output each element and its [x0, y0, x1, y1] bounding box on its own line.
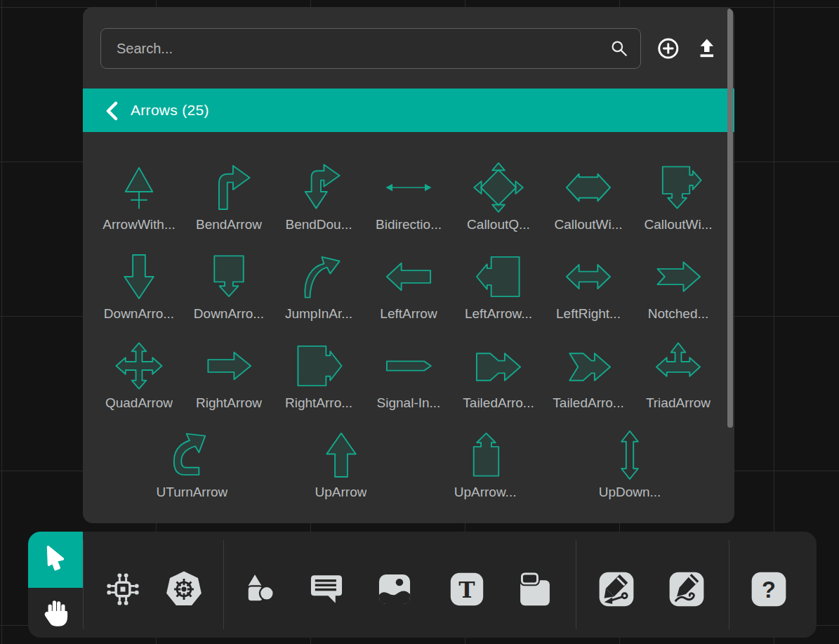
- shape-item-u-turn-arrow[interactable]: UTurnArrow: [157, 429, 228, 500]
- shape-item-tailed-arrow-notched[interactable]: TailedArro...: [543, 340, 633, 411]
- bottom-toolbar: T ?: [28, 532, 817, 638]
- circuit-chip-icon: [103, 569, 143, 610]
- down-arrow-callout-icon: [198, 251, 260, 303]
- shape-label: BendDou...: [285, 217, 352, 232]
- shape-label: TailedArro...: [463, 395, 534, 411]
- shape-item-callout-quad-arrow[interactable]: CalloutQ...: [454, 162, 543, 232]
- bidirectional-arrow-icon: [378, 162, 440, 213]
- category-header[interactable]: Arrows (25): [83, 88, 734, 132]
- callout-right-down-arrow-icon: [647, 162, 709, 213]
- shape-label: RightArrow: [196, 395, 262, 411]
- toolbar-divider: [83, 540, 84, 629]
- shape-item-bend-arrow[interactable]: BendArrow: [184, 162, 274, 232]
- add-shape-button[interactable]: [656, 37, 680, 60]
- notched-right-arrow-icon: [647, 251, 709, 303]
- shape-label: LeftArrow: [380, 306, 437, 322]
- basic-shapes-button[interactable]: [239, 569, 280, 610]
- left-arrow-icon: [378, 251, 440, 303]
- bend-double-arrow-icon: [288, 162, 350, 213]
- shape-item-bend-double-arrow[interactable]: BendDou...: [274, 162, 364, 232]
- shape-item-triad-arrow[interactable]: TriadArrow: [633, 340, 723, 411]
- shape-item-left-arrow[interactable]: LeftArrow: [364, 251, 454, 322]
- shape-item-down-arrow[interactable]: DownArro...: [94, 251, 184, 322]
- shape-item-up-down-arrow[interactable]: UpDown...: [599, 429, 661, 500]
- callout-left-right-arrow-icon: [557, 162, 619, 213]
- connector-pen-tool-button[interactable]: [596, 569, 637, 610]
- shape-label: QuadArrow: [105, 395, 173, 411]
- up-arrow-callout-icon: [454, 429, 516, 481]
- shape-label: LeftArrow...: [465, 306, 532, 322]
- shape-item-callout-left-right-arrow[interactable]: CalloutWi...: [543, 162, 633, 232]
- toolbar-divider: [729, 540, 729, 629]
- shape-label: Notched...: [648, 306, 709, 322]
- freehand-pencil-icon: [666, 569, 707, 610]
- shape-item-quad-arrow[interactable]: QuadArrow: [94, 340, 184, 411]
- shape-label: TailedArro...: [553, 395, 623, 411]
- shape-item-bidirectional-arrow[interactable]: Bidirectio...: [364, 162, 454, 232]
- right-arrow-callout-icon: [288, 340, 350, 392]
- shape-item-callout-right-down-arrow[interactable]: CalloutWi...: [633, 162, 723, 232]
- shapes-icon: [239, 569, 280, 610]
- kubernetes-shapes-button[interactable]: [164, 569, 204, 610]
- search-input[interactable]: [100, 28, 641, 69]
- signal-in-arrow-icon: [378, 340, 440, 392]
- freehand-draw-tool-button[interactable]: [666, 569, 707, 610]
- image-tool-button[interactable]: [374, 569, 415, 610]
- shape-item-left-right-arrow[interactable]: LeftRight...: [543, 251, 633, 322]
- bend-arrow-icon: [198, 162, 260, 213]
- back-button[interactable]: [104, 101, 121, 119]
- note-tool-button[interactable]: [515, 569, 555, 610]
- shape-label: UpArrow...: [454, 485, 517, 500]
- search-box: [100, 28, 641, 69]
- comment-tool-button[interactable]: [306, 569, 347, 610]
- shape-label: DownArro...: [104, 306, 174, 322]
- shape-item-left-arrow-callout[interactable]: LeftArrow...: [454, 251, 543, 322]
- cursor-icon: [37, 541, 74, 578]
- upload-shape-button[interactable]: [695, 37, 719, 60]
- shape-item-right-arrow-callout[interactable]: RightArro...: [274, 340, 364, 411]
- shape-label: ArrowWith...: [103, 217, 175, 232]
- select-tool-button[interactable]: [28, 532, 83, 588]
- shape-item-arrow-with-tail[interactable]: ArrowWith...: [94, 162, 184, 232]
- shape-item-notched-right-arrow[interactable]: Notched...: [633, 251, 723, 322]
- kubernetes-helm-icon: [164, 569, 204, 610]
- left-arrow-callout-icon: [468, 251, 529, 303]
- panel-search-row: [83, 7, 734, 69]
- shape-label: TriadArrow: [646, 395, 711, 411]
- shape-label: UTurnArrow: [157, 485, 228, 500]
- shape-item-up-arrow-callout[interactable]: UpArrow...: [454, 429, 517, 500]
- quad-arrow-icon: [108, 340, 170, 392]
- tailed-arrow-icon: [468, 340, 529, 392]
- shape-grid-last-row: UTurnArrow UpArrow UpArrow... UpDown...: [83, 411, 734, 500]
- add-circle-icon: [656, 37, 680, 60]
- u-turn-arrow-icon: [161, 429, 223, 481]
- category-title: Arrows (25): [131, 102, 209, 119]
- panel-scrollbar-thumb[interactable]: [727, 8, 733, 428]
- image-icon: [374, 569, 415, 610]
- shape-item-right-arrow[interactable]: RightArrow: [184, 340, 274, 411]
- shape-label: BendArrow: [196, 217, 262, 232]
- hand-icon: [37, 595, 74, 631]
- shape-item-up-arrow[interactable]: UpArrow: [310, 429, 372, 500]
- left-right-arrow-icon: [557, 251, 619, 303]
- shape-library-panel: Arrows (25) ArrowWith... BendArrow BendD…: [83, 7, 734, 523]
- svg-text:?: ?: [762, 577, 776, 603]
- chevron-left-icon: [104, 101, 121, 121]
- shape-label: DownArro...: [194, 306, 264, 322]
- text-tool-button[interactable]: T: [447, 569, 487, 610]
- shape-item-signal-in-arrow[interactable]: Signal-In...: [364, 340, 454, 411]
- question-mark-icon: ?: [748, 569, 789, 610]
- shape-label: Bidirectio...: [376, 217, 442, 232]
- connector-pen-icon: [596, 569, 637, 610]
- arrow-with-tail-icon: [108, 162, 170, 213]
- up-down-arrow-icon: [599, 429, 661, 481]
- shape-item-tailed-arrow[interactable]: TailedArro...: [454, 340, 543, 411]
- help-button[interactable]: ?: [748, 569, 789, 610]
- callout-quad-arrow-icon: [468, 162, 529, 213]
- svg-text:T: T: [458, 577, 475, 603]
- shape-item-down-arrow-callout[interactable]: DownArro...: [184, 251, 274, 322]
- pan-tool-button[interactable]: [28, 588, 83, 638]
- search-icon: [609, 38, 630, 59]
- circuit-shapes-button[interactable]: [103, 569, 143, 610]
- shape-item-jump-in-arrow[interactable]: JumpInAr...: [274, 251, 364, 322]
